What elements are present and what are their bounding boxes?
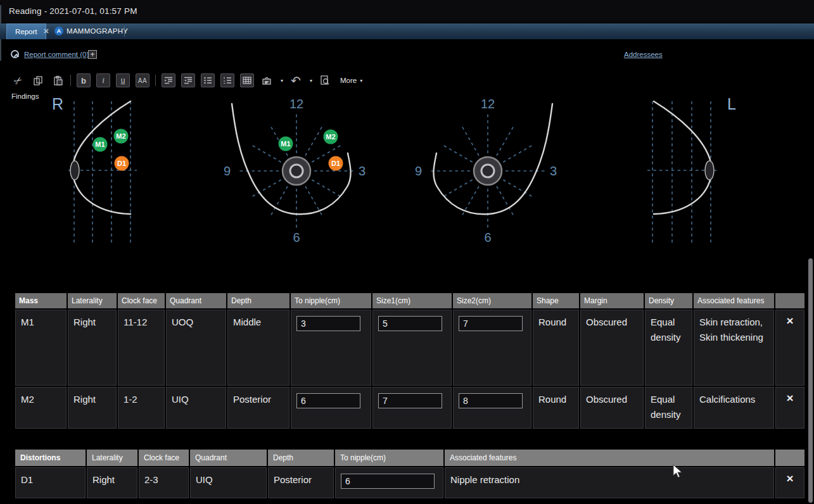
undo-icon[interactable]: ↶ bbox=[289, 73, 303, 87]
svg-text:M2: M2 bbox=[116, 132, 125, 140]
close-tab-icon[interactable]: × bbox=[41, 25, 52, 37]
left-side-label: L bbox=[727, 95, 736, 113]
tab-mammography[interactable]: MAMMOGRAPHY bbox=[67, 27, 128, 35]
mammography-badge-icon: A bbox=[54, 27, 63, 35]
cell-margin[interactable]: Obscured bbox=[580, 310, 644, 386]
to-nipple-input[interactable] bbox=[296, 393, 360, 408]
cell-distortion-id[interactable]: D1 bbox=[15, 467, 86, 498]
delete-row-button[interactable]: × bbox=[775, 467, 804, 498]
col-clock-face: Clock face bbox=[118, 293, 165, 308]
col-laterality: Laterality bbox=[87, 450, 137, 466]
to-nipple-input[interactable] bbox=[296, 316, 360, 331]
svg-text:9: 9 bbox=[224, 164, 231, 178]
svg-text:6: 6 bbox=[293, 230, 300, 244]
cell-clock-face[interactable]: 1-2 bbox=[118, 387, 165, 429]
cell-depth[interactable]: Posterior bbox=[227, 387, 289, 429]
cell-quadrant[interactable]: UOQ bbox=[166, 310, 226, 386]
col-associated-features: Associated features bbox=[445, 450, 774, 466]
outdent-icon[interactable] bbox=[162, 73, 175, 87]
bullet-list-icon[interactable] bbox=[201, 73, 215, 87]
cell-laterality[interactable]: Right bbox=[68, 310, 117, 386]
col-clock-face: Clock face bbox=[139, 450, 189, 466]
svg-text:3: 3 bbox=[359, 164, 366, 178]
tab-bar: Report × A MAMMOGRAPHY bbox=[0, 23, 814, 39]
cell-density[interactable]: Equal density bbox=[645, 310, 692, 386]
diagram-frontal-right: 12369 M1M2D1 bbox=[224, 97, 366, 244]
size2-input[interactable] bbox=[459, 316, 523, 331]
table-row-m2: M2 Right 1-2 UIQ Posterior Round Obscure… bbox=[15, 387, 804, 429]
cell-quadrant[interactable]: UIQ bbox=[190, 467, 267, 498]
cell-laterality[interactable]: Right bbox=[68, 387, 117, 429]
col-margin: Margin bbox=[580, 293, 644, 308]
report-comment-link[interactable]: Report comment (0) bbox=[24, 51, 89, 58]
more-button[interactable]: More ▾ bbox=[340, 77, 362, 84]
svg-text:9: 9 bbox=[415, 164, 422, 178]
vertical-scrollbar[interactable] bbox=[808, 258, 813, 503]
cell-shape[interactable]: Round bbox=[533, 387, 579, 429]
svg-text:D1: D1 bbox=[117, 160, 126, 167]
col-depth: Depth bbox=[227, 293, 289, 308]
col-distortions: Distortions bbox=[15, 450, 86, 466]
undo-dropdown-caret-icon[interactable]: ▾ bbox=[310, 78, 312, 84]
cell-associated-features[interactable]: Skin retraction, Skin thickening bbox=[694, 310, 774, 386]
cell-clock-face[interactable]: 2-3 bbox=[139, 467, 189, 498]
tab-separator bbox=[124, 26, 125, 37]
italic-icon[interactable]: i bbox=[96, 73, 110, 87]
svg-text:M1: M1 bbox=[281, 140, 290, 148]
underline-icon[interactable]: u bbox=[116, 73, 130, 87]
delete-row-button[interactable]: × bbox=[775, 387, 804, 429]
cell-depth[interactable]: Posterior bbox=[268, 467, 334, 498]
cell-mass-id[interactable]: M1 bbox=[15, 310, 67, 386]
svg-text:M2: M2 bbox=[326, 133, 335, 141]
distortions-header-row: Distortions Laterality Clock face Quadra… bbox=[15, 450, 804, 466]
field-dropdown-caret-icon[interactable]: ▾ bbox=[281, 78, 283, 84]
nipple-left bbox=[705, 161, 714, 180]
cell-associated-features[interactable]: Nipple retraction bbox=[445, 467, 774, 498]
addressees-link[interactable]: Addressees bbox=[624, 51, 663, 58]
insert-table-icon[interactable] bbox=[240, 73, 254, 87]
delete-row-button[interactable]: × bbox=[775, 310, 804, 386]
to-nipple-input[interactable] bbox=[341, 474, 435, 489]
cell-mass-id[interactable]: M2 bbox=[15, 387, 67, 429]
cell-density[interactable]: Equal density bbox=[645, 387, 692, 429]
indent-icon[interactable] bbox=[181, 73, 195, 87]
cell-shape[interactable]: Round bbox=[533, 310, 579, 386]
cell-laterality[interactable]: Right bbox=[87, 467, 137, 498]
font-size-icon[interactable]: AA bbox=[136, 73, 149, 87]
svg-text:12: 12 bbox=[481, 97, 495, 111]
col-mass: Mass bbox=[15, 293, 67, 308]
col-size1: Size1(cm) bbox=[372, 293, 452, 308]
bold-icon[interactable]: b bbox=[77, 73, 91, 87]
diagram-frontal-left: 12369 bbox=[415, 97, 557, 244]
cell-depth[interactable]: Middle bbox=[227, 310, 289, 386]
col-density: Density bbox=[645, 293, 692, 308]
svg-text:D1: D1 bbox=[331, 160, 340, 167]
more-caret-icon: ▾ bbox=[360, 78, 362, 84]
cell-margin[interactable]: Obscured bbox=[580, 387, 644, 429]
col-to-nipple: To nipple(cm) bbox=[291, 293, 371, 308]
mass-findings-table: Mass Laterality Clock face Quadrant Dept… bbox=[14, 292, 806, 430]
cell-clock-face[interactable]: 11-12 bbox=[118, 310, 165, 386]
col-quadrant: Quadrant bbox=[190, 450, 267, 466]
diagram-lateral-left: L bbox=[647, 95, 736, 244]
copy-icon[interactable] bbox=[31, 73, 45, 87]
size1-input[interactable] bbox=[378, 393, 442, 408]
markers-lateral-right: M1M2D1 bbox=[93, 129, 129, 171]
cut-icon[interactable]: ✂ bbox=[11, 73, 25, 87]
add-comment-button[interactable]: + bbox=[88, 50, 97, 59]
size1-input[interactable] bbox=[378, 316, 442, 331]
collapse-comment-icon[interactable] bbox=[11, 50, 19, 58]
preview-icon[interactable] bbox=[318, 73, 332, 87]
col-shape: Shape bbox=[533, 293, 579, 308]
breast-diagrams: R M1M2D1 12369 M1M2D1 12369 L bbox=[0, 94, 814, 289]
cell-associated-features[interactable]: Calcifications bbox=[694, 387, 774, 429]
numbered-list-icon[interactable] bbox=[220, 73, 234, 87]
svg-text:M1: M1 bbox=[95, 141, 105, 148]
paste-icon[interactable] bbox=[51, 73, 65, 87]
col-laterality: Laterality bbox=[68, 293, 117, 308]
table-row-m1: M1 Right 11-12 UOQ Middle Round Obscured… bbox=[15, 310, 804, 386]
mouse-cursor bbox=[673, 464, 683, 479]
size2-input[interactable] bbox=[459, 393, 523, 408]
insert-field-icon[interactable] bbox=[260, 73, 274, 87]
cell-quadrant[interactable]: UIQ bbox=[166, 387, 226, 429]
